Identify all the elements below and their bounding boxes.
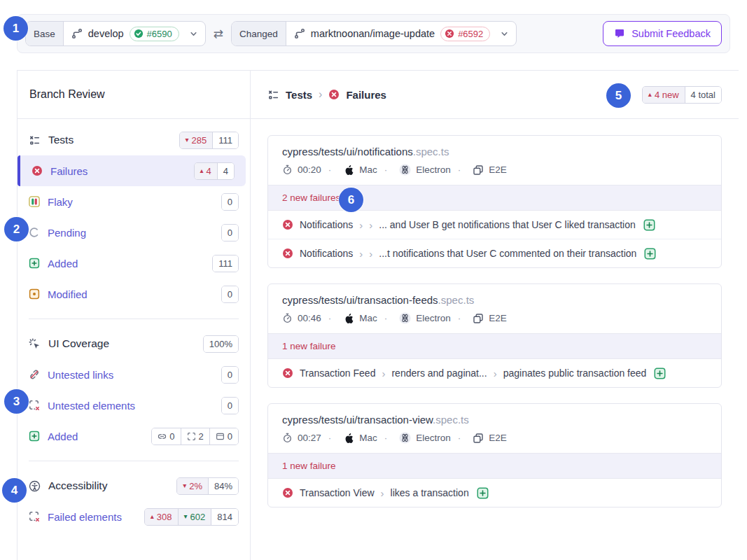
annotation-marker-5: 5	[606, 83, 631, 108]
flaky-badge: 0	[221, 193, 239, 211]
spec-card-header: cypress/tests/ui/transaction-feeds.spec.…	[268, 284, 721, 333]
failure-row[interactable]: Transaction View › likes a transaction	[268, 479, 721, 507]
added-icon	[29, 258, 40, 269]
changed-run-number: #6592	[458, 29, 483, 39]
sidebar-item-ui-coverage[interactable]: UI Coverage 100%	[18, 328, 250, 359]
flaky-icon	[29, 196, 40, 207]
chevron-right-icon: ›	[381, 487, 384, 499]
chevron-right-icon: ›	[359, 248, 363, 260]
spec-card-header: cypress/tests/ui/notifications.spec.ts 0…	[268, 136, 721, 185]
sidebar-title: Branch Review	[18, 71, 250, 119]
electron-icon	[399, 164, 411, 176]
failures-badge: ▴4 4	[194, 162, 235, 180]
chevron-down-icon	[499, 29, 510, 39]
sidebar-item-tests[interactable]: Tests ▾285 111	[18, 125, 250, 155]
spec-path: cypress/tests/ui/transaction-feeds.spec.…	[282, 294, 707, 306]
new-test-indicator-icon[interactable]	[643, 219, 655, 231]
check-circle-icon	[134, 29, 144, 38]
sidebar-item-added[interactable]: Added 111	[18, 248, 250, 279]
accessibility-badge: ▾2% 84%	[176, 477, 239, 495]
untested-elements-badge: 0	[221, 397, 239, 414]
modified-icon	[29, 288, 40, 300]
ui-coverage-badge: 100%	[203, 335, 239, 353]
chevron-right-icon: ›	[359, 219, 363, 231]
chevron-right-icon: ›	[369, 248, 372, 260]
spec-duration: 00:46	[298, 313, 321, 323]
spec-meta: 00:27 Mac Electron E2E	[282, 432, 707, 444]
annotation-marker-3: 3	[4, 389, 29, 414]
speech-bubble-icon	[614, 28, 625, 39]
new-test-indicator-icon[interactable]	[644, 248, 656, 260]
sidebar-item-coverage-added[interactable]: Added 0 2 0	[18, 421, 250, 451]
spec-meta: 00:46 Mac Electron E2E	[282, 312, 707, 324]
breadcrumb-tests[interactable]: Tests	[286, 89, 312, 101]
spec-browser: Electron	[416, 313, 451, 323]
spec-test-type: E2E	[489, 313, 507, 323]
chevron-right-icon: ›	[369, 219, 372, 231]
annotation-marker-6: 6	[339, 188, 363, 212]
sidebar-item-untested-links[interactable]: Untested links 0	[18, 359, 250, 390]
base-branch-select[interactable]: Base develop #6590	[25, 21, 206, 46]
spec-os: Mac	[359, 313, 377, 323]
annotation-marker-4: 4	[2, 478, 27, 503]
failure-crumb: Transaction View	[300, 487, 375, 498]
stopwatch-icon	[282, 433, 293, 443]
changed-branch-name: marktnoonan/image-update	[311, 28, 435, 39]
spec-test-type: E2E	[489, 164, 507, 175]
sidebar-item-accessibility[interactable]: Accessibility ▾2% 84%	[18, 470, 250, 501]
failure-row[interactable]: Notifications › › ...t notifications tha…	[268, 239, 721, 267]
submit-feedback-button[interactable]: Submit Feedback	[603, 21, 722, 46]
failure-title: ...t notifications that User C commented…	[379, 248, 636, 259]
failure-crumb: Notifications	[300, 219, 353, 230]
new-test-indicator-icon[interactable]	[654, 368, 666, 379]
changed-run-badge: #6592	[440, 27, 490, 41]
x-circle-icon	[282, 219, 293, 230]
e2e-icon	[473, 433, 484, 444]
failure-title: paginates public transaction feed	[503, 368, 647, 379]
modified-badge: 0	[221, 286, 239, 303]
failure-row[interactable]: Transaction Feed › renders and paginat..…	[268, 359, 721, 387]
main-panel: Tests › Failures ▴4 new 4 total cypress/…	[251, 71, 739, 560]
failure-title: ... and User B get notifications that Us…	[379, 219, 636, 230]
apple-icon	[343, 433, 354, 444]
new-test-indicator-icon[interactable]	[477, 487, 489, 499]
sidebar-item-failed-elements[interactable]: Failed elements ▴308 ▾602 814	[18, 501, 250, 532]
sidebar-item-flaky[interactable]: Flaky 0	[18, 186, 250, 217]
failure-crumb: renders and paginat...	[391, 368, 487, 379]
failure-row[interactable]: Notifications › › ... and User B get not…	[268, 211, 721, 239]
x-circle-icon	[282, 368, 293, 379]
element-x-icon	[29, 400, 40, 411]
spec-card-notifications: cypress/tests/ui/notifications.spec.ts 0…	[267, 135, 722, 268]
spec-duration: 00:27	[298, 433, 321, 443]
element-corners-icon	[187, 432, 196, 441]
failures-summary-badge: ▴4 new 4 total	[642, 86, 722, 104]
link-icon	[158, 432, 167, 441]
new-failures-label: 1 new failure	[268, 333, 721, 359]
failure-crumb: Transaction Feed	[300, 368, 375, 379]
sidebar-item-failures[interactable]: Failures ▴4 4	[18, 155, 246, 186]
annotation-marker-2: 2	[4, 217, 29, 241]
spec-path: cypress/tests/ui/notifications.spec.ts	[282, 146, 707, 158]
sidebar-item-untested-elements[interactable]: Untested elements 0	[18, 390, 250, 421]
spec-duration: 00:20	[298, 164, 321, 175]
spec-card-transaction-feeds: cypress/tests/ui/transaction-feeds.spec.…	[267, 284, 722, 388]
failure-crumb: Notifications	[300, 248, 353, 259]
spec-browser: Electron	[416, 433, 451, 443]
spec-os: Mac	[359, 164, 377, 175]
element-x-icon	[29, 511, 40, 522]
e2e-icon	[473, 164, 484, 176]
sidebar-item-modified[interactable]: Modified 0	[18, 279, 250, 309]
chevron-right-icon: ›	[494, 368, 497, 379]
spec-path: cypress/tests/ui/transaction-view.spec.t…	[282, 414, 707, 426]
git-branch-icon	[71, 28, 83, 39]
swap-branches-icon[interactable]: ⇄	[214, 27, 223, 41]
sidebar-item-pending[interactable]: Pending 0	[18, 217, 250, 248]
x-circle-icon	[328, 89, 340, 100]
stopwatch-icon	[282, 164, 293, 175]
stopwatch-icon	[282, 313, 293, 323]
changed-branch-select[interactable]: Changed marktnoonan/image-update #6592	[231, 21, 517, 46]
failure-title: likes a transaction	[391, 487, 469, 498]
sidebar: Branch Review Tests ▾285 111 Failures ▴4…	[18, 71, 251, 560]
pending-badge: 0	[221, 224, 239, 241]
breadcrumb-chevron: ›	[319, 88, 322, 101]
